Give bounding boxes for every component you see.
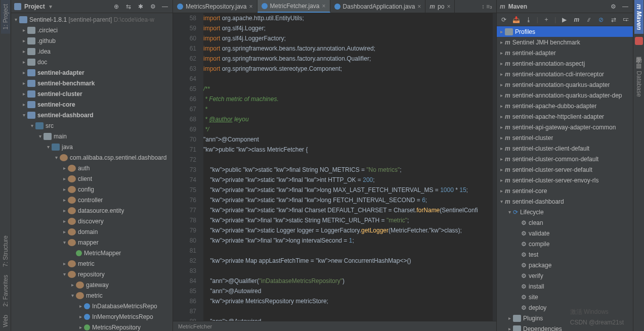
maven-tree[interactable]: ▸Profiles▸mSentinel JMH benchmark▸msenti… xyxy=(497,26,633,331)
editor-tab[interactable]: DashboardApplication.java× xyxy=(330,0,426,13)
maven-tool-tab[interactable]: m Maven xyxy=(634,0,643,34)
twisty-icon[interactable]: ▸ xyxy=(499,39,504,45)
twisty-icon[interactable]: ▸ xyxy=(78,324,83,330)
twisty-icon[interactable]: ▸ xyxy=(21,70,26,75)
settings-icon[interactable]: ✱ xyxy=(136,2,145,11)
twisty-icon[interactable]: ▸ xyxy=(507,315,512,321)
structure-tool-tab[interactable]: 7: Structure xyxy=(1,231,10,271)
twisty-icon[interactable]: ▸ xyxy=(62,261,67,266)
twisty-icon[interactable]: ▸ xyxy=(499,29,504,34)
twisty-icon[interactable]: ▸ xyxy=(21,91,26,97)
tree-row[interactable]: ▸sentinel-adapter xyxy=(11,67,173,78)
twisty-icon[interactable]: ▸ xyxy=(499,50,504,56)
run-icon[interactable]: ▶ xyxy=(560,15,568,24)
maven-tree-row[interactable]: ▸Plugins xyxy=(497,313,633,323)
twisty-icon[interactable]: ▸ xyxy=(70,282,75,288)
twisty-icon[interactable]: ▸ xyxy=(499,82,504,87)
maven-tree-row[interactable]: ▸Dependencies xyxy=(497,323,633,331)
twisty-icon[interactable]: ▸ xyxy=(499,188,504,194)
twisty-icon[interactable]: ▸ xyxy=(499,177,504,183)
tree-row[interactable]: ▸sentinel-core xyxy=(11,99,173,110)
code-content[interactable]: import org.apache.http.util.EntityUtils;… xyxy=(203,13,496,321)
twisty-icon[interactable]: ▾ xyxy=(46,144,51,150)
twisty-icon[interactable]: ▸ xyxy=(62,208,67,213)
twisty-icon[interactable]: ▸ xyxy=(499,135,504,140)
maven-tree-row[interactable]: ▾msentinel-dashboard xyxy=(497,196,633,207)
database-tool-tab[interactable]: ▦ Database xyxy=(634,58,643,101)
maven-hide-icon[interactable]: — xyxy=(621,2,630,11)
breadcrumb[interactable]: MetricFetcher xyxy=(173,321,496,331)
twisty-icon[interactable]: ▸ xyxy=(62,218,67,224)
gear-icon[interactable]: ⚙ xyxy=(148,2,157,11)
web-tool-tab[interactable]: Web xyxy=(1,311,10,331)
maven-tree-row[interactable]: ▸msentinel-cluster-server-default xyxy=(497,164,633,175)
skip-tests-icon[interactable]: ⊘ xyxy=(597,15,605,24)
editor-tab[interactable]: MetricsRepository.java× xyxy=(173,0,257,13)
show-deps-icon[interactable]: ⇄ xyxy=(610,15,618,24)
twisty-icon[interactable]: ▸ xyxy=(21,27,26,33)
execute-goal-icon[interactable]: m xyxy=(573,15,581,24)
tree-row[interactable]: ▾sentinel-dashboard xyxy=(11,110,173,120)
code-editor[interactable]: 5859606162636465666768697071727374757677… xyxy=(173,13,496,321)
twisty-icon[interactable]: ▸ xyxy=(21,38,26,43)
twisty-icon[interactable]: ▾ xyxy=(13,17,18,22)
tree-row[interactable]: ▾metric xyxy=(11,290,173,301)
project-tool-tab[interactable]: 1: Project xyxy=(1,0,10,34)
twisty-icon[interactable]: ▸ xyxy=(21,102,26,107)
twisty-icon[interactable]: ▾ xyxy=(70,293,75,298)
twisty-icon[interactable]: ▾ xyxy=(62,240,67,245)
maven-tree-row[interactable]: ▸msentinel-annotation-quarkus-adapter xyxy=(497,79,633,90)
maven-tree-row[interactable]: ⚙package xyxy=(497,260,633,270)
maven-tree-row[interactable]: ▸Profiles xyxy=(497,26,633,37)
tree-row[interactable]: ▸discovery xyxy=(11,216,173,226)
twisty-icon[interactable]: ▾ xyxy=(29,123,34,128)
maven-tree-row[interactable]: ⚙test xyxy=(497,249,633,260)
helper-tool-tab[interactable]: 开发助手 xyxy=(633,48,644,56)
twisty-icon[interactable]: ▸ xyxy=(78,314,83,319)
tree-row[interactable]: ▸.circleci xyxy=(11,25,173,35)
tree-row[interactable]: ▸client xyxy=(11,173,173,184)
twisty-icon[interactable]: ▸ xyxy=(21,49,26,54)
maven-tree-row[interactable]: ▸msentinel-adapter xyxy=(497,48,633,58)
twisty-icon[interactable]: ▾ xyxy=(62,271,67,277)
tree-row[interactable]: ▸gateway xyxy=(11,279,173,290)
maven-tree-row[interactable]: ▸msentinel-api-gateway-adapter-common xyxy=(497,122,633,132)
twisty-icon[interactable]: ▸ xyxy=(499,103,504,109)
maven-tree-row[interactable]: ▸msentinel-core xyxy=(497,185,633,196)
project-tree[interactable]: ▾Sentinel-1.8.1 [sentinel-parent] D:\cod… xyxy=(11,13,173,331)
tree-row[interactable]: ▾src xyxy=(11,120,173,131)
reload-icon[interactable]: ⟳ xyxy=(500,15,508,24)
close-icon[interactable]: × xyxy=(447,3,450,10)
twisty-icon[interactable]: ▸ xyxy=(62,229,67,234)
tree-row[interactable]: ▸datasource.entity xyxy=(11,205,173,216)
collapse-icon[interactable]: ⇆ xyxy=(124,2,133,11)
close-icon[interactable]: × xyxy=(417,3,421,10)
twisty-icon[interactable]: ▸ xyxy=(62,165,67,171)
project-view-dropdown[interactable]: ▾ xyxy=(49,3,52,10)
tree-row[interactable]: ▸auth xyxy=(11,163,173,173)
add-icon[interactable]: ＋ xyxy=(542,15,550,24)
maven-tree-row[interactable]: ▸msentinel-annotation-quarkus-adapter-de… xyxy=(497,90,633,101)
twisty-icon[interactable]: ▸ xyxy=(21,59,26,65)
twisty-icon[interactable]: ▸ xyxy=(499,146,504,151)
tree-row[interactable]: ▸sentinel-cluster xyxy=(11,88,173,99)
twisty-icon[interactable]: ▸ xyxy=(499,71,504,77)
tree-row[interactable]: ▾repository xyxy=(11,269,173,279)
twisty-icon[interactable]: ▸ xyxy=(507,326,512,331)
tree-row[interactable]: ▸sentinel-benchmark xyxy=(11,78,173,88)
twisty-icon[interactable]: ▾ xyxy=(37,133,42,139)
twisty-icon[interactable]: ▸ xyxy=(499,156,504,162)
favorites-tool-tab[interactable]: 2: Favorites xyxy=(1,271,10,311)
maven-tree-row[interactable]: ▸msentinel-annotation-aspectj xyxy=(497,58,633,69)
download-icon[interactable]: ⭳ xyxy=(525,15,533,24)
locate-icon[interactable]: ⊕ xyxy=(112,2,121,11)
tree-row[interactable]: ▾java xyxy=(11,141,173,152)
maven-tree-row[interactable]: ⚙deploy xyxy=(497,302,633,313)
twisty-icon[interactable]: ▸ xyxy=(499,92,504,98)
tree-row[interactable]: ▾com.alibaba.csp.sentinel.dashboard xyxy=(11,152,173,163)
close-icon[interactable]: × xyxy=(322,3,326,10)
twisty-icon[interactable]: ▸ xyxy=(62,186,67,192)
maven-tree-row[interactable]: ⚙compile xyxy=(497,239,633,249)
twisty-icon[interactable]: ▾ xyxy=(499,199,504,204)
close-icon[interactable]: × xyxy=(249,3,252,10)
